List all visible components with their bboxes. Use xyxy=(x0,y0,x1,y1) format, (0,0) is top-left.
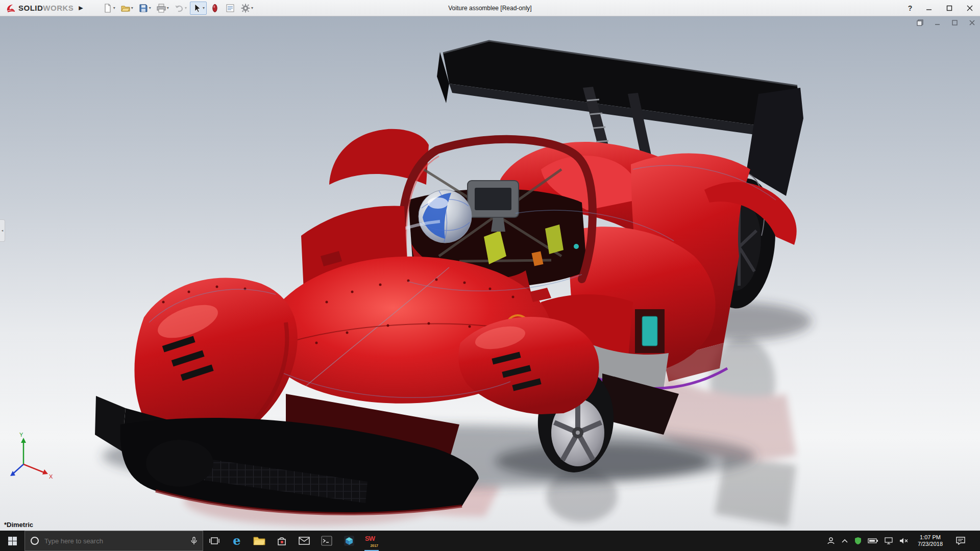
view-orientation-label: *Dimetric xyxy=(4,521,33,529)
microphone-icon[interactable] xyxy=(190,537,198,545)
defender-status[interactable] xyxy=(854,537,862,545)
restore-icon xyxy=(917,19,923,26)
clock-date: 7/23/2018 xyxy=(918,541,943,547)
select-cursor-icon xyxy=(192,3,202,13)
solidworks-logo: SOLIDWORKS ▶ xyxy=(0,0,88,16)
start-button[interactable] xyxy=(0,531,24,551)
network-ethernet-icon xyxy=(884,537,893,544)
document-window-controls xyxy=(915,18,977,27)
undo-button[interactable]: ▾ xyxy=(172,2,189,15)
save-button[interactable]: ▾ xyxy=(136,2,153,15)
front-left-wheel xyxy=(146,440,213,487)
taskbar-clock[interactable]: 1:07 PM 7/23/2018 xyxy=(915,534,946,547)
ds-logo-icon xyxy=(5,3,16,14)
action-center-button[interactable] xyxy=(952,537,969,545)
drawing-sheet-icon xyxy=(225,3,235,13)
new-document-button[interactable]: ▾ xyxy=(101,2,117,15)
taskbar-app-mail[interactable] xyxy=(293,531,315,551)
battery-status[interactable] xyxy=(868,538,878,544)
quick-access-toolbar: ▾ ▾ ▾ ▾ ▾ xyxy=(101,2,255,15)
doc-minimize-button[interactable] xyxy=(932,18,942,27)
task-view-icon xyxy=(209,536,219,546)
task-view-button[interactable] xyxy=(203,531,226,551)
menu-expand-arrow[interactable]: ▶ xyxy=(79,5,83,11)
open-button[interactable]: ▾ xyxy=(118,2,135,15)
edge-icon: e xyxy=(233,535,240,547)
help-button[interactable]: ? xyxy=(901,0,919,16)
cyan-duct-panel xyxy=(642,316,657,346)
dropdown-caret[interactable]: ▾ xyxy=(149,6,151,10)
brand-solid: SOLID xyxy=(18,4,43,12)
component-button[interactable] xyxy=(208,2,222,15)
action-center-icon xyxy=(956,537,965,545)
close-icon xyxy=(969,19,975,26)
taskbar-app-cube-viewer[interactable] xyxy=(338,531,360,551)
dropdown-caret[interactable]: ▾ xyxy=(167,6,169,10)
network-status[interactable] xyxy=(884,537,893,544)
dropdown-caret[interactable]: ▾ xyxy=(203,6,205,10)
minimize-button[interactable] xyxy=(919,0,939,16)
undo-arrow-icon xyxy=(174,3,184,13)
windows-taskbar: e xyxy=(0,531,980,551)
minimize-icon xyxy=(934,19,941,26)
taskbar-app-store[interactable] xyxy=(271,531,293,551)
select-tool-button[interactable]: ▾ xyxy=(190,2,207,15)
taskbar-app-command-prompt[interactable] xyxy=(315,531,338,551)
doc-maximize-button[interactable] xyxy=(949,18,960,27)
solidworks-2017-icon: SW 2017 xyxy=(365,534,378,547)
doc-restore-button[interactable] xyxy=(915,18,925,27)
command-prompt-icon xyxy=(321,536,332,546)
person-icon xyxy=(827,537,835,545)
dropdown-caret: ▾ xyxy=(185,6,187,10)
search-input[interactable] xyxy=(44,537,185,545)
options-button[interactable]: ▾ xyxy=(238,2,255,15)
options-gear-icon xyxy=(240,3,251,13)
new-document-icon xyxy=(103,3,113,13)
maximize-icon xyxy=(946,5,952,11)
triad-y-label: Y xyxy=(19,432,23,438)
dropdown-caret[interactable]: ▾ xyxy=(251,6,253,10)
taskbar-app-file-explorer[interactable] xyxy=(248,531,271,551)
close-button[interactable] xyxy=(960,0,980,16)
print-button[interactable]: ▾ xyxy=(154,2,171,15)
open-folder-icon xyxy=(120,3,131,13)
cortana-icon xyxy=(30,536,39,545)
mail-envelope-icon xyxy=(299,536,310,545)
doc-close-button[interactable] xyxy=(967,18,977,27)
brand-works: WORKS xyxy=(43,4,74,12)
chevron-up-icon xyxy=(841,538,848,543)
save-floppy-icon xyxy=(138,3,149,13)
triad-x-label: X xyxy=(49,473,53,480)
dropdown-caret[interactable]: ▾ xyxy=(113,6,115,10)
dropdown-caret[interactable]: ▾ xyxy=(131,6,133,10)
taskbar-app-solidworks[interactable]: SW 2017 xyxy=(360,531,383,551)
cube-viewer-icon xyxy=(344,535,355,546)
speaker-muted-icon xyxy=(899,537,909,544)
file-explorer-icon xyxy=(253,536,265,546)
shield-icon xyxy=(854,537,862,545)
taskbar-search[interactable] xyxy=(24,531,203,551)
close-icon xyxy=(967,5,973,11)
windows-logo-icon xyxy=(8,537,17,545)
people-button[interactable] xyxy=(827,537,835,545)
teal-detail xyxy=(574,244,579,249)
maximize-button[interactable] xyxy=(939,0,960,16)
feature-tree-collapse-tab[interactable]: ◂ xyxy=(0,219,5,242)
maximize-icon xyxy=(951,19,958,26)
clock-time: 1:07 PM xyxy=(918,534,943,541)
battery-icon xyxy=(868,538,878,544)
taskbar-app-edge[interactable]: e xyxy=(226,531,248,551)
red-component-icon xyxy=(210,3,220,13)
printer-icon xyxy=(156,3,166,13)
drawing-sheet-button[interactable] xyxy=(223,2,237,15)
volume-status[interactable] xyxy=(899,537,909,544)
graphics-viewport[interactable]: Y X ◂ *Dimetric xyxy=(0,16,980,531)
3d-scene-canvas[interactable]: Y X xyxy=(0,16,980,531)
system-tray: 1:07 PM 7/23/2018 xyxy=(827,531,980,551)
store-bag-icon xyxy=(277,536,287,546)
title-bar: SOLIDWORKS ▶ ▾ ▾ ▾ xyxy=(0,0,980,16)
tray-overflow-button[interactable] xyxy=(841,538,848,543)
minimize-icon xyxy=(926,5,932,11)
